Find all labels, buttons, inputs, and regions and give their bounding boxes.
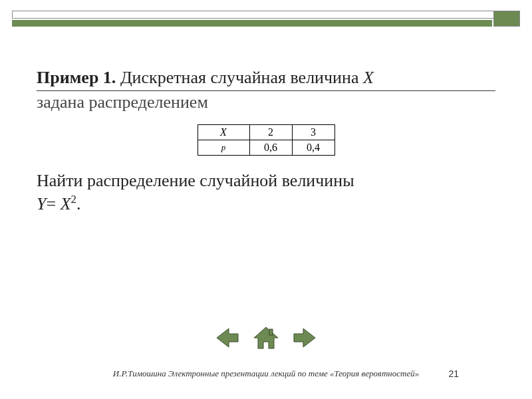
task-eq: = bbox=[46, 194, 60, 213]
nav-home-button[interactable] bbox=[253, 325, 279, 351]
page-number: 21 bbox=[448, 368, 459, 379]
table-row: X 2 3 bbox=[198, 124, 334, 140]
task-rhs-exp: 2 bbox=[71, 193, 76, 205]
cell-p-1: 0,4 bbox=[292, 140, 334, 155]
decor-corner-box bbox=[493, 11, 520, 27]
task-text: Найти распределение случайной величины Y… bbox=[37, 169, 495, 215]
decor-top-outline bbox=[12, 11, 520, 19]
nav-controls bbox=[0, 325, 532, 351]
task-suffix: . bbox=[76, 194, 81, 213]
heading-line-1: Пример 1. Дискретная случайная величина … bbox=[37, 66, 495, 91]
svg-rect-2 bbox=[269, 329, 273, 335]
arrow-left-icon bbox=[214, 325, 241, 351]
task-lhs: Y bbox=[37, 194, 46, 213]
distribution-table: X 2 3 p 0,6 0,4 bbox=[198, 124, 335, 156]
nav-next-button[interactable] bbox=[291, 325, 318, 351]
slide-content: Пример 1. Дискретная случайная величина … bbox=[37, 66, 495, 215]
task-prefix: Найти распределение случайной величины bbox=[37, 171, 354, 190]
table-row: p 0,6 0,4 bbox=[198, 140, 334, 155]
heading-text-1: Дискретная случайная величина bbox=[116, 68, 363, 87]
heading-line-2: задана распределением bbox=[37, 92, 495, 112]
decor-top-bar bbox=[12, 20, 492, 27]
cell-p-0: 0,6 bbox=[249, 140, 292, 155]
svg-marker-0 bbox=[217, 329, 238, 347]
nav-prev-button[interactable] bbox=[214, 325, 241, 351]
cell-x-0: 2 bbox=[249, 124, 292, 140]
arrow-right-icon bbox=[291, 325, 318, 351]
row-label-p: p bbox=[198, 140, 249, 155]
row-label-x: X bbox=[198, 124, 249, 140]
heading-var: X bbox=[363, 68, 374, 87]
cell-x-1: 3 bbox=[292, 124, 334, 140]
svg-marker-3 bbox=[294, 329, 315, 347]
heading-label: Пример 1. bbox=[37, 68, 116, 87]
home-icon bbox=[253, 325, 279, 351]
svg-marker-1 bbox=[254, 327, 278, 348]
task-rhs-base: X bbox=[61, 194, 71, 213]
